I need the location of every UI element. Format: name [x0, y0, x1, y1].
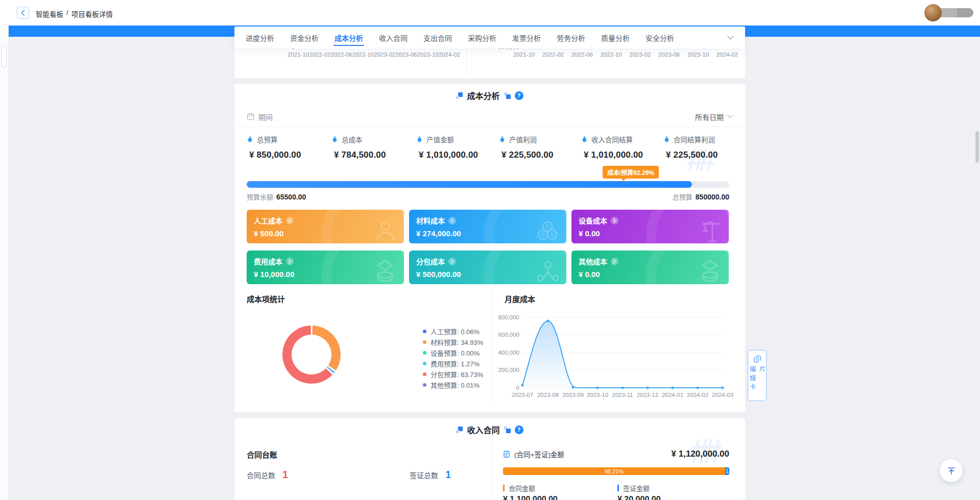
svg-text:2024-02: 2024-02 — [687, 392, 708, 398]
legend-item-labor[interactable]: 人工预算: 0.06% — [423, 328, 483, 335]
tab-safety-analysis[interactable]: 安全分析 — [646, 27, 674, 48]
legend-item-expense[interactable]: 费用预算: 1.27% — [423, 360, 483, 367]
amount-value: ¥ 1,120,000.00 — [672, 449, 729, 459]
edit-cards-icon — [753, 355, 761, 363]
other-cost-card[interactable]: 其他成本 ¥ 0.00 — [571, 251, 729, 284]
budget-progress-labels: 预算余额65500.00 总预算850000.00 — [247, 192, 729, 202]
period-select[interactable]: 所有日期 — [695, 112, 733, 122]
analysis-tabbar: 进度分析 资金分析 成本分析 收入合同 支出合同 采购分析 发票分析 劳务分析 … — [234, 27, 745, 48]
tab-purchase-analysis[interactable]: 采购分析 — [468, 27, 496, 48]
back-button[interactable] — [17, 7, 29, 19]
tab-income-contract[interactable]: 收入合同 — [379, 27, 408, 48]
contract-amount-legend: 合同金额 — [503, 483, 535, 493]
contract-amount-value: ¥ 1,100,000.00 — [503, 495, 558, 500]
svg-text:200,000: 200,000 — [498, 367, 519, 373]
document-icon — [503, 451, 510, 458]
help-icon[interactable]: ? — [515, 91, 523, 100]
card-vertical-divider — [491, 442, 491, 500]
title-deco-right-icon — [504, 92, 511, 99]
material-cost-card[interactable]: 材料成本 ¥ 274,000.00 — [409, 210, 566, 243]
tab-cost-analysis[interactable]: 成本分析 — [334, 27, 363, 48]
chevron-right-icon — [611, 217, 618, 224]
tab-labor-analysis[interactable]: 劳务分析 — [557, 27, 585, 48]
income-section-title: 收入合同 — [467, 423, 499, 436]
budget-total-label: 总预算 — [673, 193, 692, 201]
contract-count-value: 1 — [282, 469, 288, 481]
edit-cards-button[interactable]: 编辑卡片 — [748, 350, 767, 401]
labor-cost-card[interactable]: 人工成本 ¥ 500.00 — [247, 210, 404, 243]
breadcrumb-current: 项目看板详情 — [71, 9, 113, 19]
project-dashboard-page: { "header": { "breadcrumb_root": "智能看板",… — [0, 0, 980, 500]
subcontract-cost-card[interactable]: 分包成本 ¥ 500,000.00 — [409, 251, 566, 284]
money-bag-icon — [499, 136, 506, 143]
income-section-header: 收入合同 ? — [234, 423, 745, 436]
budget-progress-fill — [247, 181, 692, 188]
tabbar-collapse-button[interactable] — [727, 36, 734, 40]
cost-category-cards: 人工成本 ¥ 500.00 材料成本 ¥ 274,000.00 设备成本 ¥ 0… — [247, 210, 729, 284]
amount-label: (合同+签证)金额 — [514, 449, 564, 459]
title-deco-right-icon — [504, 427, 511, 433]
chevron-right-icon — [448, 258, 456, 265]
metric-output-profit: 产值利润 ¥ 225,500.00 — [499, 134, 581, 160]
svg-text:2023-07: 2023-07 — [512, 392, 533, 398]
tab-fund-analysis[interactable]: 资金分析 — [290, 27, 319, 48]
visa-amount-legend: 签证金额 — [617, 483, 650, 493]
expense-cost-card[interactable]: 费用成本 ¥ 10,000.00 — [247, 251, 404, 284]
breadcrumb-root[interactable]: 智能看板 — [36, 9, 63, 19]
period-label: 期间 — [258, 112, 273, 122]
metric-settlement-profit: 合同结算利润 ¥ 225,500.00 — [663, 134, 733, 160]
left-collapsed-sidebar — [0, 26, 9, 500]
legend-item-equipment[interactable]: 设备预算: 0.00% — [423, 349, 483, 356]
monthly-cost-title: 月度成本 — [505, 293, 535, 304]
amount-composition-bar: 98.21% 1.79% — [503, 467, 729, 475]
cost-section-title: 成本分析 — [467, 89, 499, 102]
visa-amount-value: ¥ 20,000.00 — [617, 495, 661, 500]
money-bag-icon — [663, 136, 670, 143]
breadcrumb-divider: / — [66, 9, 68, 19]
cost-item-stat-title: 成本项统计 — [247, 293, 285, 304]
legend-item-subcontract[interactable]: 分包预算: 63.73% — [423, 370, 483, 378]
money-bag-icon — [416, 136, 423, 143]
visa-count-value: 1 — [445, 469, 451, 481]
metric-total-budget: 总预算 ¥ 850,000.00 — [247, 134, 331, 160]
monthly-cost-line-chart: 800,000 600,000 400,000 200,000 0 2023-0… — [490, 306, 746, 403]
svg-text:2023-08: 2023-08 — [537, 392, 559, 398]
legend-item-other[interactable]: 其他预算: 0.01% — [423, 381, 483, 388]
metric-total-cost: 总成本 ¥ 784,500.00 — [331, 134, 416, 160]
metric-income-settlement: 收入合同结算 ¥ 1,010,000.00 — [581, 134, 663, 160]
x-axis-ticks: 2023-07 2023-08 2023-09 2023-10 2023-11 … — [512, 392, 733, 398]
svg-text:2023-09: 2023-09 — [562, 392, 584, 398]
edit-cards-label: 编辑卡片 — [748, 366, 767, 401]
period-filter-row: 期间 所有日期 — [234, 107, 745, 127]
metric-output-amount: 产值金额 ¥ 1,010,000.00 — [416, 134, 499, 160]
budget-total-value: 850000.00 — [696, 193, 729, 201]
contract-amount-segment: 98.21% — [503, 467, 725, 475]
cost-budget-ratio-badge: 成本/预算92.29% — [603, 166, 659, 179]
calendar-icon — [247, 113, 254, 120]
money-bag-icon — [581, 136, 588, 143]
sidebar-expand-handle[interactable] — [2, 46, 7, 67]
tab-quality-analysis[interactable]: 质量分析 — [601, 27, 630, 48]
right-chart-xaxis: 2021-102022-022022-062022-102023-022023-… — [513, 52, 738, 58]
money-bag-icon — [331, 136, 338, 143]
chevron-down-icon — [727, 115, 733, 118]
svg-text:2024-03: 2024-03 — [712, 392, 733, 398]
title-deco-left-icon — [456, 427, 463, 433]
cost-metrics-row: 总预算 ¥ 850,000.00 总成本 ¥ 784,500.00 产值金额 ¥… — [247, 134, 733, 160]
chevron-down-icon — [727, 36, 734, 40]
back-to-top-button[interactable] — [940, 459, 963, 482]
legend-item-material[interactable]: 材料预算: 34.93% — [423, 338, 483, 345]
user-name-pill — [937, 8, 973, 17]
chevron-right-icon — [611, 258, 618, 265]
equipment-cost-card[interactable]: 设备成本 ¥ 0.00 — [571, 210, 729, 243]
tab-invoice-analysis[interactable]: 发票分析 — [512, 27, 541, 48]
vertical-scrollbar-thumb[interactable] — [975, 131, 979, 163]
tab-progress-analysis[interactable]: 进度分析 — [246, 27, 274, 48]
svg-text:0: 0 — [516, 385, 519, 391]
y-axis-ticks: 800,000 600,000 400,000 200,000 0 — [498, 314, 519, 391]
contract-visa-amount-row: (合同+签证)金额 ¥ 1,120,000.00 — [503, 449, 729, 459]
tab-expense-contract[interactable]: 支出合同 — [423, 27, 452, 48]
chevron-right-icon — [448, 217, 456, 224]
user-avatar[interactable] — [924, 4, 942, 21]
help-icon[interactable]: ? — [515, 426, 523, 434]
